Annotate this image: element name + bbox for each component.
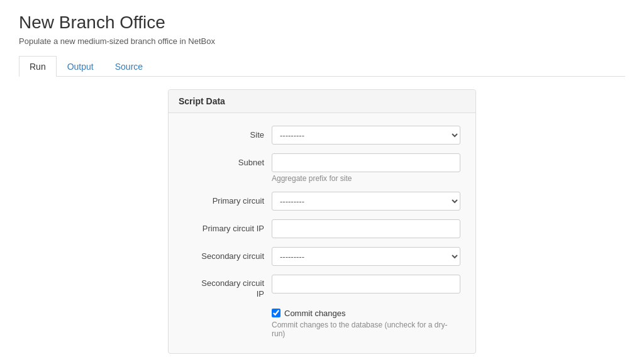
commit-changes-text: Commit changes: [284, 309, 346, 318]
primary-circuit-field-group: Primary circuit ---------: [184, 192, 460, 211]
subnet-control-wrap: Aggregate prefix for site: [272, 153, 460, 183]
card-title: Script Data: [169, 90, 475, 113]
primary-circuit-ip-control-wrap: [272, 219, 460, 238]
commit-changes-help: Commit changes to the database (uncheck …: [184, 321, 460, 338]
tab-run[interactable]: Run: [19, 56, 57, 77]
secondary-circuit-ip-control-wrap: [272, 275, 460, 293]
tab-source[interactable]: Source: [104, 56, 153, 77]
subnet-field-group: Subnet Aggregate prefix for site: [184, 153, 460, 183]
secondary-circuit-control-wrap: ---------: [272, 247, 460, 266]
commit-changes-checkbox[interactable]: [272, 309, 280, 317]
primary-circuit-label: Primary circuit: [184, 192, 272, 207]
secondary-circuit-ip-input[interactable]: [272, 275, 460, 293]
commit-changes-label[interactable]: Commit changes: [272, 309, 346, 318]
primary-circuit-ip-field-group: Primary circuit IP: [184, 219, 460, 238]
subnet-input[interactable]: [272, 153, 460, 172]
site-field-group: Site ---------: [184, 126, 460, 145]
primary-circuit-select[interactable]: ---------: [272, 192, 460, 211]
card-body: Site --------- Subnet Aggregate prefix f…: [169, 113, 475, 353]
script-data-card: Script Data Site --------- Subnet Aggreg…: [168, 89, 476, 354]
site-label: Site: [184, 126, 272, 141]
secondary-circuit-ip-label: Secondary circuitIP: [184, 275, 272, 300]
page-subtitle: Populate a new medium-sized branch offic…: [19, 36, 625, 46]
primary-circuit-control-wrap: ---------: [272, 192, 460, 211]
primary-circuit-ip-input[interactable]: [272, 219, 460, 238]
secondary-circuit-select[interactable]: ---------: [272, 247, 460, 266]
site-control-wrap: ---------: [272, 126, 460, 145]
tab-output[interactable]: Output: [57, 56, 104, 77]
commit-changes-group: Commit changes: [184, 309, 460, 318]
site-select[interactable]: ---------: [272, 126, 460, 145]
secondary-circuit-ip-field-group: Secondary circuitIP: [184, 275, 460, 300]
tabs-bar: Run Output Source: [19, 56, 625, 77]
secondary-circuit-label: Secondary circuit: [184, 247, 272, 262]
page-title: New Branch Office: [19, 13, 625, 33]
primary-circuit-ip-label: Primary circuit IP: [184, 219, 272, 234]
secondary-circuit-field-group: Secondary circuit ---------: [184, 247, 460, 266]
subnet-label: Subnet: [184, 153, 272, 168]
subnet-help: Aggregate prefix for site: [272, 174, 460, 183]
